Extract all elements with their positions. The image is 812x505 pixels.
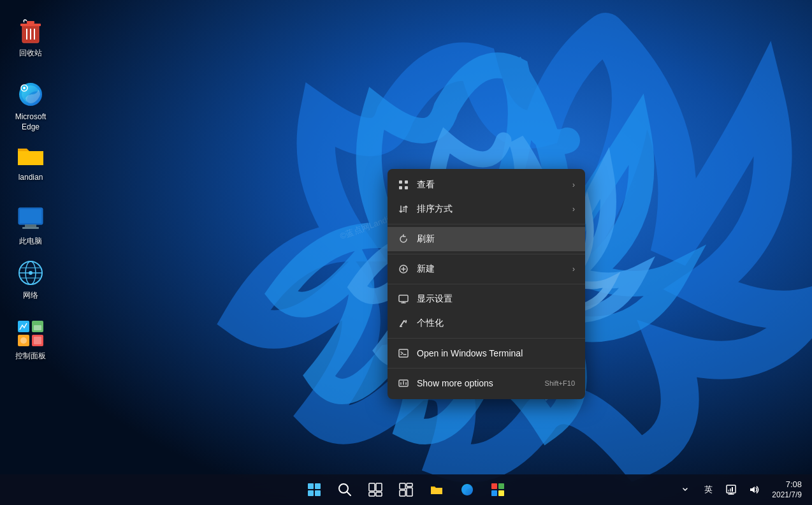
context-menu-display[interactable]: 显示设置 — [388, 287, 585, 311]
volume-icon[interactable] — [744, 479, 764, 500]
svg-point-8 — [23, 87, 25, 89]
terminal-label: Open in Windows Terminal — [417, 348, 575, 358]
svg-rect-29 — [399, 186, 402, 189]
svg-rect-28 — [405, 180, 408, 184]
this-pc-image — [15, 203, 46, 234]
desktop: 回收站 — [0, 0, 812, 505]
svg-rect-55 — [369, 483, 375, 491]
task-view-button[interactable] — [361, 476, 389, 504]
edge-label: Microsoft Edge — [8, 112, 54, 132]
network-label: 网络 — [23, 291, 38, 301]
personalize-label: 个性化 — [417, 318, 575, 329]
svg-rect-60 — [407, 483, 412, 487]
context-menu: 查看 › 排序方式 › — [388, 169, 585, 399]
control-panel-image — [15, 318, 46, 349]
taskbar-right: 英 — [675, 477, 807, 502]
language-indicator[interactable]: 英 — [698, 479, 718, 500]
context-menu-view[interactable]: 查看 › — [388, 173, 585, 197]
context-menu-personalize[interactable]: 个性化 — [388, 311, 585, 335]
explorer-button[interactable] — [423, 476, 451, 504]
view-icon — [398, 179, 409, 191]
new-label: 新建 — [417, 263, 565, 275]
context-menu-terminal[interactable]: Open in Windows Terminal — [388, 341, 585, 365]
start-button[interactable] — [300, 476, 328, 504]
divider-2 — [388, 254, 585, 254]
svg-point-19 — [29, 271, 33, 275]
view-label: 查看 — [417, 179, 565, 191]
svg-rect-65 — [491, 490, 497, 496]
svg-rect-13 — [22, 227, 39, 229]
recycle-bin-icon[interactable]: 回收站 — [5, 13, 56, 61]
network-tray-icon[interactable] — [721, 479, 741, 500]
svg-rect-62 — [407, 488, 412, 496]
sort-label: 排序方式 — [417, 203, 565, 215]
svg-rect-64 — [498, 483, 504, 489]
context-menu-more-options[interactable]: Show more options Shift+F10 — [388, 371, 585, 395]
tray-overflow[interactable] — [675, 479, 695, 500]
search-button[interactable] — [331, 476, 359, 504]
this-pc-icon[interactable]: 此电脑 — [5, 201, 56, 249]
svg-rect-61 — [400, 490, 405, 496]
svg-rect-37 — [399, 295, 408, 302]
svg-rect-72 — [732, 487, 733, 492]
context-menu-new[interactable]: 新建 › — [388, 257, 585, 281]
svg-rect-59 — [400, 483, 405, 489]
lang-label: 英 — [704, 484, 713, 495]
divider-5 — [388, 368, 585, 369]
refresh-icon — [398, 233, 409, 245]
folder-icon[interactable]: landian — [5, 137, 56, 186]
new-arrow: › — [572, 265, 575, 274]
svg-rect-70 — [728, 490, 729, 492]
clock[interactable]: 7:08 2021/7/9 — [767, 477, 807, 502]
sort-arrow: › — [572, 205, 575, 214]
store-button[interactable] — [484, 476, 512, 504]
terminal-icon — [398, 348, 409, 359]
edge-icon[interactable]: Microsoft Edge — [5, 77, 56, 135]
display-label: 显示设置 — [417, 293, 575, 305]
network-icon[interactable]: 网络 — [5, 255, 56, 304]
control-panel-label: 控制面板 — [15, 351, 46, 362]
sort-icon — [398, 203, 409, 215]
svg-rect-52 — [315, 490, 321, 496]
taskbar-center — [300, 476, 512, 504]
edge-taskbar-button[interactable] — [453, 476, 481, 504]
svg-rect-27 — [399, 180, 402, 184]
context-menu-refresh[interactable]: 刷新 — [388, 227, 585, 251]
display-icon — [398, 293, 409, 305]
svg-rect-56 — [376, 483, 382, 491]
edge-image — [15, 79, 46, 110]
clock-time: 7:08 — [772, 479, 802, 490]
refresh-label: 刷新 — [417, 233, 575, 245]
context-menu-sort[interactable]: 排序方式 › — [388, 197, 585, 221]
svg-rect-63 — [491, 483, 497, 489]
svg-rect-30 — [405, 186, 408, 189]
personalize-icon — [398, 318, 409, 329]
divider-3 — [388, 284, 585, 284]
more-options-label: Show more options — [417, 378, 537, 388]
divider-4 — [388, 338, 585, 339]
folder-label: landian — [18, 173, 43, 183]
taskbar: 英 — [0, 474, 812, 505]
view-arrow: › — [572, 180, 575, 189]
new-icon — [398, 263, 409, 275]
svg-line-54 — [347, 492, 351, 495]
svg-rect-24 — [34, 325, 41, 330]
svg-rect-58 — [376, 492, 382, 496]
svg-rect-12 — [25, 224, 36, 227]
svg-rect-26 — [34, 337, 41, 344]
divider-1 — [388, 224, 585, 224]
svg-rect-49 — [308, 483, 314, 489]
svg-rect-43 — [399, 349, 408, 357]
network-image — [15, 258, 46, 288]
control-panel-icon[interactable]: 控制面板 — [5, 316, 56, 364]
folder-image — [15, 140, 46, 170]
more-options-icon — [398, 377, 409, 389]
this-pc-label: 此电脑 — [19, 237, 42, 247]
svg-rect-57 — [369, 492, 375, 496]
recycle-bin-image — [15, 15, 46, 46]
svg-rect-66 — [498, 490, 504, 496]
recycle-bin-label: 回收站 — [19, 48, 42, 59]
widgets-button[interactable] — [392, 476, 420, 504]
svg-point-25 — [20, 337, 27, 344]
svg-rect-11 — [20, 209, 41, 223]
